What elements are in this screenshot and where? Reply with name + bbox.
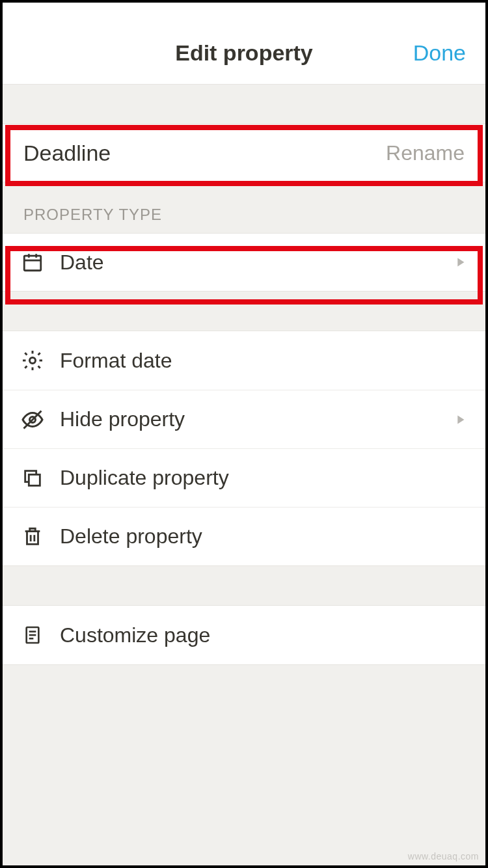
rename-property-row[interactable]: Deadline Rename (3, 124, 485, 182)
duplicate-property-row[interactable]: Duplicate property (3, 448, 485, 507)
format-date-row[interactable]: Format date (3, 331, 485, 390)
header: Edit property Done (3, 3, 485, 85)
calendar-icon (21, 251, 44, 274)
trash-icon (21, 525, 44, 549)
customize-page-label: Customize page (60, 623, 467, 647)
spacer (3, 292, 485, 331)
delete-property-row[interactable]: Delete property (3, 507, 485, 565)
delete-property-label: Delete property (60, 524, 467, 549)
customize-page-row[interactable]: Customize page (3, 606, 485, 664)
spacer (3, 85, 485, 124)
customize-group: Customize page (3, 605, 485, 665)
eye-off-icon (21, 408, 44, 431)
watermark: www.deuaq.com (408, 851, 479, 861)
duplicate-property-label: Duplicate property (60, 466, 467, 490)
chevron-right-icon (453, 255, 467, 269)
svg-point-4 (30, 358, 36, 364)
spacer (3, 566, 485, 605)
hide-property-label: Hide property (60, 407, 453, 431)
page-icon (21, 623, 44, 647)
property-name-value: Deadline (23, 141, 111, 166)
format-date-label: Format date (60, 349, 467, 373)
done-button[interactable]: Done (413, 40, 466, 66)
chevron-right-icon (453, 413, 467, 427)
page-title: Edit property (175, 40, 313, 66)
duplicate-icon (21, 467, 44, 490)
property-type-row[interactable]: Date (3, 233, 485, 292)
svg-rect-0 (24, 256, 41, 271)
gear-icon (21, 349, 44, 372)
hide-property-row[interactable]: Hide property (3, 390, 485, 448)
actions-group: Format date Hide property Duplicate prop… (3, 331, 485, 566)
svg-rect-7 (29, 474, 40, 485)
property-type-label: Date (60, 251, 453, 275)
rename-hint: Rename (386, 141, 465, 165)
property-type-section-label: PROPERTY TYPE (3, 182, 485, 233)
